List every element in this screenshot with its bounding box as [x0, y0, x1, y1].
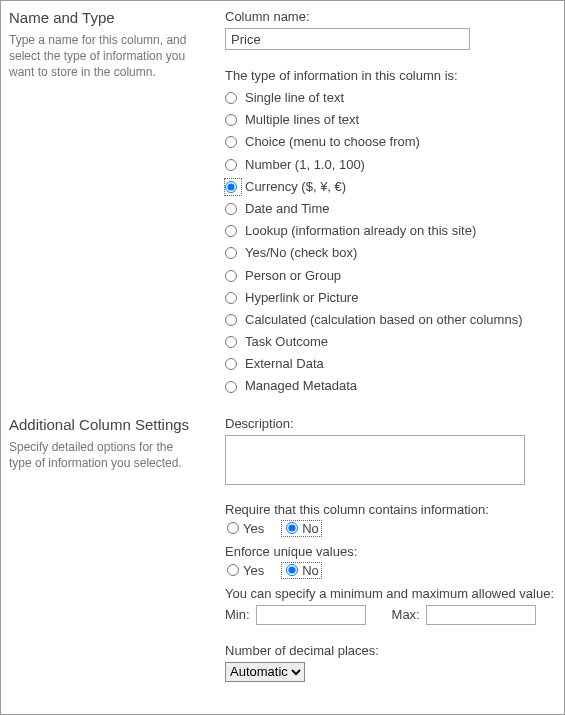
type-radio[interactable]	[225, 336, 237, 348]
type-option[interactable]: Choice (menu to choose from)	[225, 131, 554, 153]
unique-radios: Yes No	[225, 563, 554, 578]
decimals-label: Number of decimal places:	[225, 643, 554, 658]
section-additional-settings: Additional Column Settings Specify detai…	[9, 416, 554, 682]
type-option-label: Yes/No (check box)	[245, 244, 357, 262]
type-option[interactable]: Managed Metadata	[225, 375, 554, 397]
type-option[interactable]: Number (1, 1.0, 100)	[225, 154, 554, 176]
type-option[interactable]: Hyperlink or Picture	[225, 287, 554, 309]
type-option-label: Multiple lines of text	[245, 111, 359, 129]
require-label: Require that this column contains inform…	[225, 502, 554, 517]
range-label: You can specify a minimum and maximum al…	[225, 586, 554, 601]
type-option-label: Managed Metadata	[245, 377, 357, 395]
type-radio[interactable]	[225, 247, 237, 259]
type-radio[interactable]	[225, 225, 237, 237]
type-radio[interactable]	[225, 203, 237, 215]
type-option-label: Task Outcome	[245, 333, 328, 351]
type-option[interactable]: Task Outcome	[225, 331, 554, 353]
unique-yes-label: Yes	[243, 563, 264, 578]
type-option[interactable]: Single line of text	[225, 87, 554, 109]
min-label: Min:	[225, 607, 250, 622]
type-option-label: Single line of text	[245, 89, 344, 107]
max-label: Max:	[392, 607, 420, 622]
section1-title: Name and Type	[9, 9, 197, 26]
type-option-label: Number (1, 1.0, 100)	[245, 156, 365, 174]
column-name-input[interactable]	[225, 28, 470, 50]
type-radio[interactable]	[225, 270, 237, 282]
type-radio[interactable]	[225, 181, 237, 193]
type-option-label: Hyperlink or Picture	[245, 289, 358, 307]
column-settings-panel: Name and Type Type a name for this colum…	[0, 0, 565, 715]
type-option[interactable]: Calculated (calculation based on other c…	[225, 309, 554, 331]
min-input[interactable]	[256, 605, 366, 625]
type-option[interactable]: Currency ($, ¥, €)	[225, 176, 554, 198]
type-option-label: Currency ($, ¥, €)	[245, 178, 346, 196]
type-option-label: Calculated (calculation based on other c…	[245, 311, 523, 329]
unique-no-radio[interactable]	[286, 564, 298, 576]
type-radio[interactable]	[225, 381, 237, 393]
require-no-radio[interactable]	[286, 522, 298, 534]
unique-label: Enforce unique values:	[225, 544, 554, 559]
type-radio[interactable]	[225, 136, 237, 148]
type-radio[interactable]	[225, 92, 237, 104]
type-option[interactable]: Yes/No (check box)	[225, 242, 554, 264]
type-radio[interactable]	[225, 159, 237, 171]
description-label: Description:	[225, 416, 554, 431]
type-radio[interactable]	[225, 314, 237, 326]
unique-no-label: No	[302, 563, 319, 578]
type-option-label: Date and Time	[245, 200, 330, 218]
type-radio[interactable]	[225, 114, 237, 126]
max-input[interactable]	[426, 605, 536, 625]
unique-yes-radio[interactable]	[227, 564, 239, 576]
type-header: The type of information in this column i…	[225, 68, 554, 83]
section-name-and-type: Name and Type Type a name for this colum…	[9, 9, 554, 398]
require-radios: Yes No	[225, 521, 554, 536]
require-yes-label: Yes	[243, 521, 264, 536]
type-option-label: Person or Group	[245, 267, 341, 285]
type-option[interactable]: Date and Time	[225, 198, 554, 220]
type-radio[interactable]	[225, 358, 237, 370]
type-option[interactable]: Lookup (information already on this site…	[225, 220, 554, 242]
section2-desc: Specify detailed options for the type of…	[9, 439, 197, 471]
require-yes-radio[interactable]	[227, 522, 239, 534]
type-option-label: External Data	[245, 355, 324, 373]
type-radio[interactable]	[225, 292, 237, 304]
decimals-select[interactable]: Automatic	[225, 662, 305, 682]
type-option[interactable]: Multiple lines of text	[225, 109, 554, 131]
require-no-label: No	[302, 521, 319, 536]
type-option[interactable]: External Data	[225, 353, 554, 375]
section2-title: Additional Column Settings	[9, 416, 197, 433]
type-option-label: Choice (menu to choose from)	[245, 133, 420, 151]
type-option[interactable]: Person or Group	[225, 265, 554, 287]
description-textarea[interactable]	[225, 435, 525, 485]
section1-desc: Type a name for this column, and select …	[9, 32, 197, 81]
type-option-label: Lookup (information already on this site…	[245, 222, 476, 240]
column-name-label: Column name:	[225, 9, 554, 24]
